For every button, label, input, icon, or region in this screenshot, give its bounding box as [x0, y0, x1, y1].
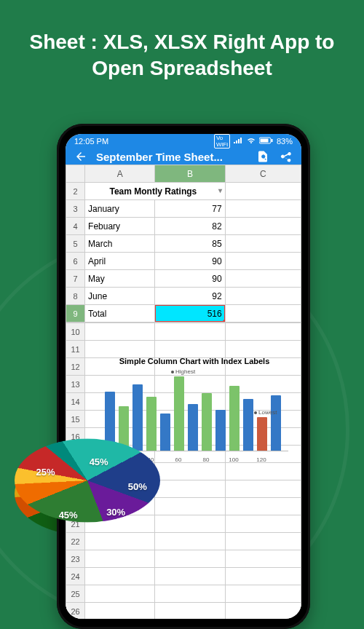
cell[interactable]: 85	[155, 235, 225, 253]
cell[interactable]: 82	[155, 218, 225, 235]
cell[interactable]	[225, 585, 301, 603]
cell[interactable]	[225, 200, 301, 218]
cell[interactable]	[225, 498, 301, 515]
col-header-b[interactable]: B	[155, 165, 225, 183]
status-bar: 12:05 PM VoWiFi 83%	[66, 134, 301, 149]
app-bar: September Time Sheet...	[66, 149, 301, 165]
table-title: Team Montly Ratings	[109, 186, 197, 197]
cell[interactable]	[225, 288, 301, 305]
spreadsheet-grid[interactable]: A B C 2 Team Montly Ratings ▾ 3January77…	[66, 165, 301, 323]
row-head[interactable]: 3	[66, 200, 85, 218]
cell[interactable]	[85, 341, 155, 358]
chart-annotation: Highest	[171, 368, 195, 375]
cell[interactable]	[155, 603, 225, 620]
cell[interactable]	[225, 183, 301, 200]
chart-bar	[229, 386, 240, 451]
appbar-title: September Time Sheet...	[96, 151, 248, 163]
row-head[interactable]: 4	[66, 218, 85, 235]
promo-headline: Sheet : XLS, XLSX Right App to Open Spre…	[0, 29, 364, 82]
find-in-page-icon[interactable]	[255, 149, 271, 165]
cell[interactable]	[155, 585, 225, 603]
cell[interactable]: January	[85, 200, 155, 218]
cell[interactable]: 92	[155, 288, 225, 305]
cell[interactable]	[225, 270, 301, 288]
status-time: 12:05 PM	[74, 137, 108, 146]
cell[interactable]	[225, 305, 301, 323]
cell[interactable]: 90	[155, 253, 225, 270]
pie-slice-label: 45%	[90, 456, 108, 467]
pie-slice-label: 45%	[59, 510, 78, 521]
row-head[interactable]: 5	[66, 235, 85, 253]
cell[interactable]	[85, 323, 155, 341]
cell[interactable]	[225, 341, 301, 358]
cell[interactable]	[225, 550, 301, 568]
chart-bar	[215, 410, 226, 451]
cell[interactable]	[225, 533, 301, 550]
cell[interactable]	[225, 218, 301, 235]
cell[interactable]	[155, 341, 225, 358]
cell[interactable]: June	[85, 288, 155, 305]
pie-chart: 45%50%30%45%25%	[15, 408, 182, 575]
svg-rect-1	[260, 139, 268, 143]
cell[interactable]	[225, 463, 301, 480]
col-header-c[interactable]: C	[225, 165, 301, 183]
x-tick: 120	[256, 456, 266, 463]
row-head[interactable]: 9	[66, 305, 85, 323]
row-head[interactable]: 25	[66, 585, 85, 603]
cell[interactable]	[225, 253, 301, 270]
cell[interactable]	[225, 235, 301, 253]
row-head[interactable]: 13	[66, 376, 85, 393]
cell[interactable]: May	[85, 270, 155, 288]
row-head[interactable]: 2	[66, 183, 85, 200]
cell[interactable]: March	[85, 235, 155, 253]
cell[interactable]	[225, 568, 301, 585]
pie-slice-label: 30%	[106, 507, 125, 518]
selected-cell[interactable]: 516	[155, 305, 225, 323]
chart-annotation: Lowest	[254, 409, 277, 416]
status-battery: 83%	[277, 137, 293, 146]
wifi-icon	[246, 137, 256, 146]
chart-bar	[188, 404, 198, 451]
cell[interactable]	[155, 323, 225, 341]
back-icon[interactable]	[73, 149, 89, 165]
row-head[interactable]: 26	[66, 603, 85, 620]
table-title-cell[interactable]: Team Montly Ratings ▾	[85, 183, 226, 200]
pie-slice-label: 25%	[36, 467, 55, 478]
row-head[interactable]: 10	[66, 323, 85, 341]
volte-icon: VoWiFi	[214, 134, 230, 149]
cell[interactable]: 77	[155, 200, 225, 218]
chart-bar	[243, 399, 253, 451]
cell[interactable]: April	[85, 253, 155, 270]
row-head[interactable]: 6	[66, 253, 85, 270]
chart-bar	[257, 417, 267, 451]
share-icon[interactable]	[278, 149, 294, 165]
col-header-a[interactable]: A	[85, 165, 155, 183]
x-tick: 80	[203, 456, 210, 463]
cell[interactable]	[225, 603, 301, 620]
column-chart-title: Simple Column Chart with Index Labels	[95, 357, 294, 365]
chart-bar	[271, 395, 281, 451]
cell[interactable]	[225, 515, 301, 533]
cell[interactable]	[85, 585, 155, 603]
filter-icon[interactable]: ▾	[218, 186, 222, 194]
cell[interactable]	[85, 603, 155, 620]
pie-slice-label: 50%	[128, 481, 147, 492]
cell[interactable]	[225, 480, 301, 498]
svg-rect-2	[271, 139, 272, 142]
cell[interactable]	[225, 323, 301, 341]
corner-cell[interactable]	[66, 165, 85, 183]
battery-icon	[259, 137, 274, 146]
chart-bar	[202, 393, 212, 451]
cell[interactable]: Total	[85, 305, 155, 323]
signal-icon	[233, 137, 243, 146]
row-head[interactable]: 7	[66, 270, 85, 288]
cell[interactable]: 90	[155, 270, 225, 288]
cell[interactable]: Febuary	[85, 218, 155, 235]
x-tick: 100	[229, 456, 238, 463]
row-head[interactable]: 8	[66, 288, 85, 305]
row-head[interactable]: 11	[66, 341, 85, 358]
row-head[interactable]: 12	[66, 358, 85, 376]
